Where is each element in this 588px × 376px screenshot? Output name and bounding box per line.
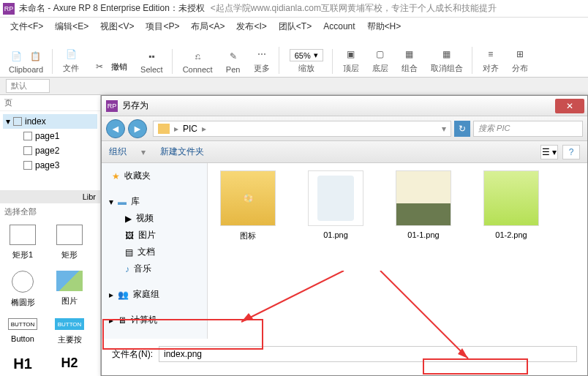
file-icon[interactable]: 📄 [64,47,78,61]
bring-front-icon[interactable]: ▣ [344,47,358,61]
tree-page3[interactable]: page3 [3,158,97,173]
connect-label: Connect [183,65,213,74]
ungroup-icon[interactable]: ▦ [440,47,454,61]
breadcrumb-item[interactable]: PIC [183,124,197,134]
send-back-icon[interactable]: ▢ [373,47,388,61]
menu-edit[interactable]: 编辑<E> [50,19,93,34]
page-icon [23,146,32,155]
tree-page1[interactable]: page1 [3,129,97,143]
favorites-section[interactable]: ★收藏夹 [102,168,207,184]
tool-group-zoom: 65% ▾ 缩放 [287,49,333,74]
shape-primary[interactable]: BUTTON主要按 [51,318,88,345]
menu-file[interactable]: 文件<F> [6,19,48,34]
shape-circle[interactable]: 椭圆形 [4,271,41,308]
dialog-body: ★收藏夹 ▾▬库 ▶视频 🖼图片 ▤文档 ♪音乐 ▸👥家庭组 ▸🖥计算机 📀 图… [102,163,587,339]
title-text: 未命名 - Axure RP 8 Enterprise Edition：未授权 [19,2,205,15]
menu-help[interactable]: 帮助<H> [363,19,406,34]
folder-thumbnail: 📀 [220,170,276,226]
nav-forward-button[interactable]: ► [128,119,147,138]
menu-team[interactable]: 团队<T> [274,19,316,34]
file-label: Clipboard [9,65,43,74]
organize-menu[interactable]: 组织 [109,146,127,158]
menu-publish[interactable]: 发布<I> [232,19,271,34]
new-folder-button[interactable]: 新建文件夹 [160,146,204,158]
zoom-select[interactable]: 65% ▾ [290,49,323,61]
collapse-icon[interactable]: ▾ [6,116,10,127]
more-label: 更多 [254,63,270,74]
tree-page2[interactable]: page2 [3,143,97,158]
breadcrumb[interactable]: ▸ PIC ▸ ▾ [153,121,451,137]
save-as-dialog: RP 另存为 ✕ ◄ ► ▸ PIC ▸ ▾ ↻ 搜索 PIC 组织 ▾ 新建文… [101,95,588,376]
expand-icon[interactable]: ▸ [109,290,113,300]
tool-group-file2: 📄 文件 [60,47,82,74]
pictures-item[interactable]: 🖼图片 [102,227,207,244]
breadcrumb-sep2: ▸ [202,124,206,134]
shape-rect1[interactable]: 矩形1 [4,225,41,260]
menu-account[interactable]: Account [319,20,359,33]
shape-button[interactable]: BUTTONButton [4,318,41,345]
left-sidebar: 页 ▾ index page1 page2 page3 Libr 选择全部 矩形… [0,95,101,376]
file-01-2png[interactable]: 01-2.png [478,170,544,239]
dialog-toolbar: 组织 ▾ 新建文件夹 ☰ ▾ ? [102,141,587,163]
filename-input[interactable] [159,346,577,362]
music-icon: ♪ [125,264,129,274]
menu-layout[interactable]: 布局<A> [186,19,229,34]
file-01png[interactable]: 01.png [303,170,369,239]
nav-back-button[interactable]: ◄ [106,119,125,138]
select-icon[interactable]: ▪▪ [144,49,159,64]
shape-rect2[interactable]: 矩形 [51,225,88,260]
help-button[interactable]: ? [562,145,580,159]
menu-project[interactable]: 项目<P> [141,19,184,34]
file-folder[interactable]: 📀 图标 [215,170,281,241]
tool-group-btn: ▦ 组合 [399,47,421,74]
file-01-1png[interactable]: 01-1.png [391,170,456,239]
library-section[interactable]: ▾▬库 [102,193,207,210]
expand-icon[interactable]: ▸ [109,315,113,326]
align-icon[interactable]: ≡ [483,47,498,61]
search-input[interactable]: 搜索 PIC [473,121,583,137]
undo-label[interactable]: 撤销 [111,61,127,72]
filename-label: 文件名(N): [112,348,153,361]
refresh-button[interactable]: ↻ [454,121,470,137]
folder-icon [158,124,170,134]
homegroup-item[interactable]: ▸👥家庭组 [102,286,207,303]
open-file-icon[interactable]: 📋 [29,49,43,64]
shape-h1[interactable]: H1 [4,356,41,372]
pictures-icon: 🖼 [125,230,134,241]
view-mode-button[interactable]: ☰ ▾ [540,145,558,159]
sub-toolbar: 默认 [0,78,588,95]
group-icon[interactable]: ▦ [402,47,417,61]
shape-h2[interactable]: H2 [51,356,88,372]
documents-item[interactable]: ▤文档 [102,244,207,260]
page-icon [13,117,22,126]
tool-top: ▣ 顶层 [340,47,362,74]
tree-root[interactable]: ▾ index [3,114,97,129]
music-item[interactable]: ♪音乐 [102,260,207,277]
tool-group-file: 📄 📋 Clipboard [6,49,53,74]
menu-view[interactable]: 视图<V> [96,19,138,34]
expand-icon[interactable]: ▾ [109,197,113,207]
lib-header: Libr [0,190,100,203]
more-icon[interactable]: ⋯ [255,47,269,61]
title-sub: <起点学院www.qidianla.com互联网黄埔军校，专注于个人成长和技能提… [211,2,497,15]
breadcrumb-sep: ▸ [174,124,178,134]
tool-distribute: ⊞ 分布 [509,47,531,74]
shape-image[interactable]: 图片 [51,271,88,308]
computer-item[interactable]: ▸🖥计算机 [102,312,207,328]
dialog-nav: ◄ ► ▸ PIC ▸ ▾ ↻ 搜索 PIC [102,116,587,141]
pen-icon[interactable]: ✎ [226,49,241,64]
video-item[interactable]: ▶视频 [102,210,207,227]
image-thumbnail [396,170,451,226]
image-thumbnail [308,170,363,226]
star-icon: ★ [112,171,120,181]
tool-group-pen: ✎ Pen [223,49,244,74]
breadcrumb-dropdown-icon[interactable]: ▾ [442,124,451,134]
new-file-icon[interactable]: 📄 [10,49,24,64]
close-button[interactable]: ✕ [555,99,584,113]
connect-icon[interactable]: ⎌ [190,49,205,64]
main-toolbar: 📄 📋 Clipboard 📄 文件 ✂ 撤销 ▪▪ Select ⎌ Conn… [0,35,588,78]
select-all-label[interactable]: 选择全部 [0,203,100,220]
distribute-icon[interactable]: ⊞ [513,47,527,61]
style-select[interactable]: 默认 [6,79,50,93]
cut-icon[interactable]: ✂ [92,59,107,74]
